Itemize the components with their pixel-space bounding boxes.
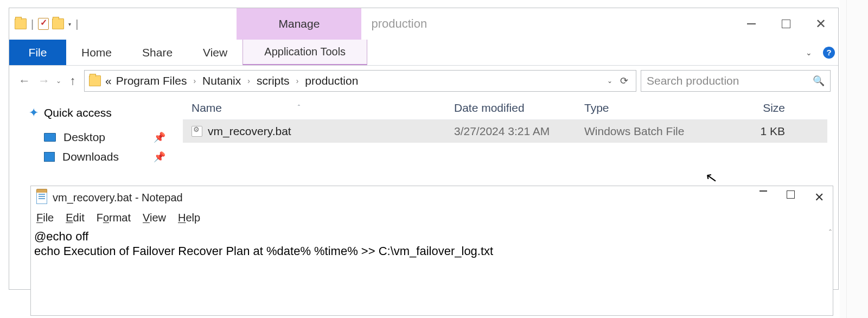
refresh-icon[interactable]: ⟳ — [617, 75, 631, 87]
menu-edit[interactable]: Edit — [66, 212, 84, 224]
chevron-right-icon[interactable]: › — [191, 77, 198, 85]
navigation-row: ← → ⌄ ↑ « Program Files › Nutanix › scri… — [9, 66, 838, 96]
search-icon[interactable]: 🔍 — [813, 75, 825, 87]
breadcrumb-segment[interactable]: scripts — [257, 74, 290, 87]
quick-access-header[interactable]: ✦ Quick access — [29, 106, 175, 120]
ribbon-collapse-icon[interactable]: ⌄ — [798, 40, 820, 65]
file-row[interactable]: vm_recovery.bat 3/27/2024 3:21 AM Window… — [183, 120, 827, 143]
nav-history-dropdown-icon[interactable]: ⌄ — [56, 77, 61, 85]
notepad-icon — [36, 191, 47, 204]
search-box[interactable]: Search production 🔍 — [641, 70, 831, 92]
batch-file-icon — [192, 126, 202, 137]
address-dropdown-icon[interactable]: ⌄ — [604, 77, 612, 85]
folder-icon[interactable] — [52, 18, 64, 29]
scroll-up-icon[interactable]: ˆ — [829, 228, 832, 237]
qat-separator: | — [74, 18, 79, 30]
ribbon-tab-view[interactable]: View — [188, 40, 242, 65]
properties-check-icon[interactable] — [38, 18, 49, 30]
quick-access-label: Quick access — [44, 106, 112, 119]
folder-icon — [89, 75, 101, 86]
notepad-content: @echo off echo Execution of Failover Rec… — [34, 230, 493, 258]
ribbon-tab-share[interactable]: Share — [127, 40, 188, 65]
window-controls: ✕ — [760, 190, 827, 205]
ribbon-context-header: Manage — [237, 8, 361, 40]
breadcrumb-segment[interactable]: Program Files — [116, 74, 187, 87]
address-bar[interactable]: « Program Files › Nutanix › scripts › pr… — [84, 70, 636, 92]
menu-help[interactable]: Help — [178, 212, 200, 224]
qat-separator: | — [30, 18, 35, 30]
breadcrumb-segment[interactable]: Nutanix — [202, 74, 241, 87]
menu-format[interactable]: Format — [97, 212, 131, 224]
column-label: Name — [192, 101, 222, 115]
column-header-size[interactable]: Size — [714, 101, 790, 115]
folder-icon[interactable] — [15, 18, 27, 29]
nav-forward-button[interactable]: → — [36, 74, 52, 88]
window-title: production — [361, 8, 734, 40]
column-header-type[interactable]: Type — [584, 101, 714, 115]
sort-indicator-icon: ˆ — [298, 104, 300, 112]
notepad-titlebar[interactable]: vm_recovery.bat - Notepad ✕ — [31, 186, 833, 209]
close-button[interactable]: ✕ — [803, 8, 838, 40]
column-headers: Name ˆ Date modified Type Size — [183, 96, 827, 120]
breadcrumb-segment[interactable]: production — [305, 74, 358, 87]
menu-file[interactable]: File — [36, 212, 54, 224]
close-button[interactable]: ✕ — [814, 190, 824, 205]
notepad-menu-bar: File Edit Format View Help — [31, 209, 833, 226]
notepad-window: vm_recovery.bat - Notepad ✕ File Edit Fo… — [30, 186, 833, 316]
ribbon-tab-home[interactable]: Home — [66, 40, 127, 65]
file-name: vm_recovery.bat — [208, 125, 291, 138]
menu-view[interactable]: View — [143, 212, 166, 224]
ribbon-tab-application-tools[interactable]: Application Tools — [242, 40, 367, 65]
navpane-item-label: Desktop — [63, 131, 105, 144]
notepad-title: vm_recovery.bat - Notepad — [53, 192, 760, 204]
breadcrumb-overflow[interactable]: « — [105, 74, 112, 87]
pin-icon: 📌 — [154, 151, 165, 163]
file-date: 3/27/2024 3:21 AM — [454, 125, 584, 138]
search-placeholder: Search production — [647, 74, 813, 87]
screenshot-crop-gutter — [840, 0, 868, 318]
chevron-right-icon[interactable]: › — [294, 77, 301, 85]
window-controls: ✕ — [734, 8, 838, 40]
pin-icon: 📌 — [154, 131, 165, 143]
ribbon-tab-row: File Home Share View Application Tools ⌄… — [9, 40, 838, 66]
minimize-button[interactable] — [734, 8, 769, 40]
chevron-right-icon[interactable]: › — [245, 77, 252, 85]
navpane-item-label: Downloads — [62, 150, 119, 163]
maximize-button[interactable] — [787, 190, 795, 205]
file-type: Windows Batch File — [584, 125, 714, 138]
nav-back-button[interactable]: ← — [17, 74, 32, 88]
help-button[interactable]: ? — [820, 40, 838, 65]
maximize-button[interactable] — [769, 8, 803, 40]
navpane-item-desktop[interactable]: Desktop 📌 — [29, 128, 175, 147]
quick-access-toolbar: | ▾ | — [9, 8, 85, 40]
file-menu-tab[interactable]: File — [9, 40, 66, 65]
help-icon: ? — [823, 47, 835, 59]
navpane-item-downloads[interactable]: Downloads 📌 — [29, 147, 175, 167]
downloads-icon — [44, 152, 55, 162]
nav-up-button[interactable]: ↑ — [66, 74, 80, 88]
column-header-name[interactable]: Name ˆ — [183, 101, 454, 115]
notepad-text-area[interactable]: @echo off echo Execution of Failover Rec… — [31, 226, 833, 315]
explorer-titlebar[interactable]: | ▾ | Manage production ✕ — [9, 8, 838, 40]
column-header-date[interactable]: Date modified — [454, 101, 584, 115]
file-size: 1 KB — [714, 125, 790, 138]
minimize-button[interactable] — [760, 190, 767, 205]
desktop-icon — [44, 133, 56, 142]
qat-dropdown-icon[interactable]: ▾ — [67, 21, 71, 27]
star-icon: ✦ — [29, 106, 39, 120]
